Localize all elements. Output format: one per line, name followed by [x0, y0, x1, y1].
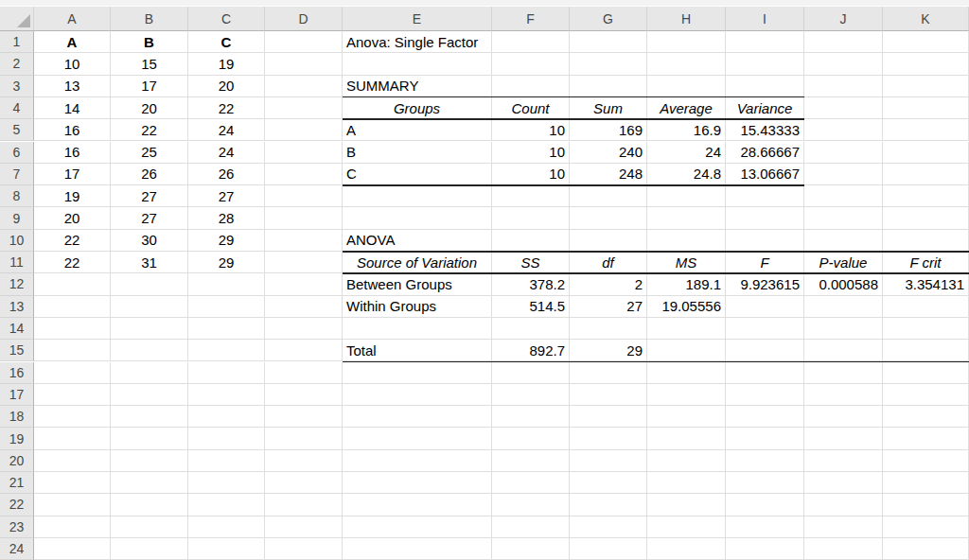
cell-E19[interactable] — [343, 428, 492, 449]
row-header-16[interactable]: 16 — [0, 362, 34, 384]
cell-K12[interactable]: 3.354131 — [883, 273, 969, 295]
column-header-A[interactable]: A — [34, 7, 111, 31]
row-header-14[interactable]: 14 — [0, 318, 34, 340]
cell-B19[interactable] — [111, 428, 188, 449]
cell-I7[interactable]: 13.06667 — [726, 164, 804, 185]
cell-I11[interactable]: F — [726, 252, 804, 273]
cell-H14[interactable] — [647, 318, 726, 340]
cell-G5[interactable]: 169 — [570, 119, 647, 141]
cell-J4[interactable] — [804, 97, 883, 119]
cell-A4[interactable]: 14 — [34, 97, 111, 119]
cell-D10[interactable] — [265, 230, 343, 252]
row-header-2[interactable]: 2 — [0, 53, 34, 75]
row-header-23[interactable]: 23 — [0, 516, 34, 538]
cell-J10[interactable] — [804, 230, 883, 252]
cell-H1[interactable] — [647, 31, 726, 53]
cell-D20[interactable] — [265, 450, 343, 472]
row-header-19[interactable]: 19 — [0, 428, 34, 449]
cell-K4[interactable] — [883, 97, 969, 119]
cell-A5[interactable]: 16 — [34, 119, 111, 141]
cell-E9[interactable] — [343, 207, 492, 229]
cell-K17[interactable] — [883, 384, 969, 406]
cell-E11[interactable]: Source of Variation — [343, 252, 492, 273]
cell-I17[interactable] — [726, 384, 804, 406]
cell-F5[interactable]: 10 — [492, 119, 570, 141]
cell-J23[interactable] — [804, 516, 883, 538]
cell-B22[interactable] — [111, 494, 188, 516]
cell-F22[interactable] — [492, 494, 570, 516]
cell-E21[interactable] — [343, 472, 492, 494]
cell-F19[interactable] — [492, 428, 570, 449]
cell-F13[interactable]: 514.5 — [492, 296, 570, 318]
cell-H20[interactable] — [647, 450, 726, 472]
cell-J15[interactable] — [804, 340, 883, 361]
cell-I15[interactable] — [726, 340, 804, 361]
cell-G12[interactable]: 2 — [570, 273, 647, 295]
cell-C13[interactable] — [188, 296, 265, 318]
row-header-21[interactable]: 21 — [0, 472, 34, 494]
cell-I5[interactable]: 15.43333 — [726, 119, 804, 141]
row-header-17[interactable]: 17 — [0, 384, 34, 406]
column-header-F[interactable]: F — [492, 7, 570, 31]
cell-G18[interactable] — [570, 406, 647, 428]
cell-I8[interactable] — [726, 185, 804, 207]
cell-J20[interactable] — [804, 450, 883, 472]
row-header-15[interactable]: 15 — [0, 340, 34, 361]
cell-K8[interactable] — [883, 185, 969, 207]
cell-A2[interactable]: 10 — [34, 53, 111, 75]
cell-J24[interactable] — [804, 538, 883, 560]
cell-F8[interactable] — [492, 185, 570, 207]
cell-E20[interactable] — [343, 450, 492, 472]
cell-F17[interactable] — [492, 384, 570, 406]
column-header-G[interactable]: G — [570, 7, 647, 31]
cell-G9[interactable] — [570, 207, 647, 229]
cell-H9[interactable] — [647, 207, 726, 229]
cell-B8[interactable]: 27 — [111, 185, 188, 207]
cell-G1[interactable] — [570, 31, 647, 53]
cell-I21[interactable] — [726, 472, 804, 494]
cell-D7[interactable] — [265, 164, 343, 185]
cell-D5[interactable] — [265, 119, 343, 141]
cell-G24[interactable] — [570, 538, 647, 560]
cell-G19[interactable] — [570, 428, 647, 449]
cell-F18[interactable] — [492, 406, 570, 428]
cell-G2[interactable] — [570, 53, 647, 75]
row-header-11[interactable]: 11 — [0, 252, 34, 273]
cell-B16[interactable] — [111, 362, 188, 384]
cell-I2[interactable] — [726, 53, 804, 75]
cell-J11[interactable]: P-value — [804, 252, 883, 273]
cell-K24[interactable] — [883, 538, 969, 560]
cell-E2[interactable] — [343, 53, 492, 75]
cell-C18[interactable] — [188, 406, 265, 428]
cell-K15[interactable] — [883, 340, 969, 361]
cell-G20[interactable] — [570, 450, 647, 472]
cell-C8[interactable]: 27 — [188, 185, 265, 207]
cell-B24[interactable] — [111, 538, 188, 560]
cell-E6[interactable]: B — [343, 142, 492, 164]
column-header-E[interactable]: E — [343, 7, 492, 31]
cell-C17[interactable] — [188, 384, 265, 406]
cell-A7[interactable]: 17 — [34, 164, 111, 185]
cell-D21[interactable] — [265, 472, 343, 494]
cell-E18[interactable] — [343, 406, 492, 428]
cell-H2[interactable] — [647, 53, 726, 75]
cell-C10[interactable]: 29 — [188, 230, 265, 252]
cell-C3[interactable]: 20 — [188, 76, 265, 97]
cell-E15[interactable]: Total — [343, 340, 492, 361]
cell-I20[interactable] — [726, 450, 804, 472]
cell-F16[interactable] — [492, 362, 570, 384]
cell-B1[interactable]: B — [111, 31, 188, 53]
cell-A14[interactable] — [34, 318, 111, 340]
cell-A9[interactable]: 20 — [34, 207, 111, 229]
cell-H7[interactable]: 24.8 — [647, 164, 726, 185]
cell-H4[interactable]: Average — [647, 97, 726, 119]
cell-I12[interactable]: 9.923615 — [726, 273, 804, 295]
cell-D19[interactable] — [265, 428, 343, 449]
cell-K3[interactable] — [883, 76, 969, 97]
cell-B3[interactable]: 17 — [111, 76, 188, 97]
cell-E7[interactable]: C — [343, 164, 492, 185]
cell-H17[interactable] — [647, 384, 726, 406]
row-header-10[interactable]: 10 — [0, 230, 34, 252]
row-header-5[interactable]: 5 — [0, 119, 34, 141]
cell-K13[interactable] — [883, 296, 969, 318]
